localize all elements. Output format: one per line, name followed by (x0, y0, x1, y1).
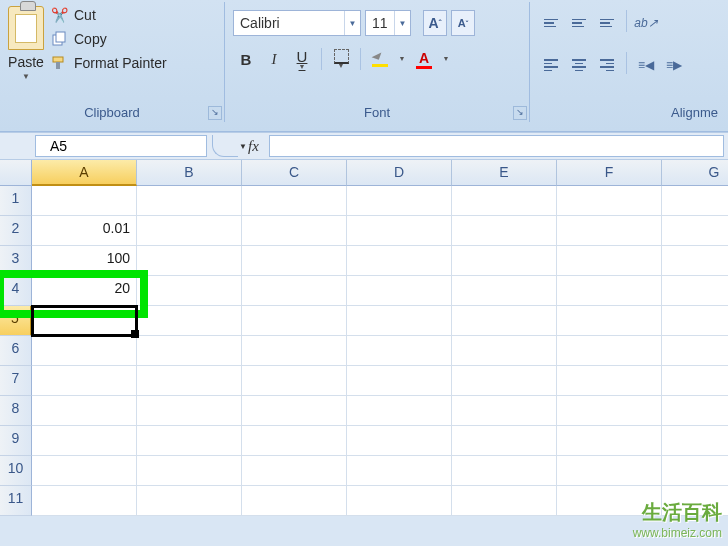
row-header[interactable]: 2 (0, 216, 32, 246)
cell[interactable] (242, 216, 347, 246)
paste-button[interactable]: Paste ▼ (8, 6, 44, 81)
decrease-indent-button[interactable]: ≡◀ (633, 52, 659, 78)
cell[interactable] (32, 366, 137, 396)
cell[interactable]: 100 (32, 246, 137, 276)
cell[interactable] (452, 486, 557, 516)
cell[interactable]: 0.01 (32, 216, 137, 246)
cell[interactable] (242, 396, 347, 426)
cell[interactable] (662, 246, 728, 276)
cell[interactable] (662, 276, 728, 306)
cell[interactable] (452, 366, 557, 396)
cell[interactable] (557, 396, 662, 426)
column-header[interactable]: E (452, 160, 557, 186)
cell[interactable] (347, 276, 452, 306)
cell[interactable] (137, 426, 242, 456)
cell[interactable] (347, 366, 452, 396)
cell[interactable] (32, 396, 137, 426)
font-size-dropdown-icon[interactable]: ▼ (394, 11, 410, 35)
name-box-dropdown-icon[interactable]: ▼ (239, 137, 247, 155)
cut-button[interactable]: ✂️ Cut (50, 6, 167, 24)
cell[interactable] (137, 216, 242, 246)
cell[interactable] (557, 366, 662, 396)
column-header[interactable]: C (242, 160, 347, 186)
cell[interactable] (137, 336, 242, 366)
name-box-input[interactable] (36, 136, 239, 156)
cell[interactable] (242, 186, 347, 216)
cell[interactable] (32, 456, 137, 486)
cell[interactable] (662, 306, 728, 336)
cell[interactable] (242, 306, 347, 336)
cell[interactable] (452, 456, 557, 486)
cell[interactable] (557, 336, 662, 366)
row-header[interactable]: 8 (0, 396, 32, 426)
align-middle-button[interactable] (566, 10, 592, 36)
cell[interactable] (662, 336, 728, 366)
cell[interactable] (347, 426, 452, 456)
paste-dropdown-icon[interactable]: ▼ (22, 72, 30, 81)
column-header[interactable]: D (347, 160, 452, 186)
name-box[interactable]: ▼ (35, 135, 207, 157)
cell[interactable] (137, 306, 242, 336)
cell[interactable] (347, 306, 452, 336)
font-family-combo[interactable]: ▼ (233, 10, 361, 36)
underline-button[interactable]: U▼ (289, 46, 315, 72)
align-right-button[interactable] (594, 52, 620, 78)
fill-color-dropdown[interactable]: ▼ (395, 46, 409, 72)
cell[interactable] (452, 306, 557, 336)
bold-button[interactable]: B (233, 46, 259, 72)
cell[interactable] (452, 246, 557, 276)
decrease-font-size-button[interactable]: Aˇ (451, 10, 475, 36)
cell[interactable] (662, 396, 728, 426)
column-header[interactable]: F (557, 160, 662, 186)
align-center-button[interactable] (566, 52, 592, 78)
cell[interactable] (137, 396, 242, 426)
cell[interactable] (137, 186, 242, 216)
row-header[interactable]: 7 (0, 366, 32, 396)
border-button[interactable]: ▼ (328, 46, 354, 72)
cell[interactable] (32, 186, 137, 216)
cell[interactable]: 20 (32, 276, 137, 306)
cell[interactable] (452, 396, 557, 426)
font-size-combo[interactable]: ▼ (365, 10, 411, 36)
increase-font-size-button[interactable]: Aˆ (423, 10, 447, 36)
cell[interactable] (557, 186, 662, 216)
cell[interactable] (347, 186, 452, 216)
cell[interactable] (242, 456, 347, 486)
cell[interactable] (662, 216, 728, 246)
italic-button[interactable]: I (261, 46, 287, 72)
format-painter-button[interactable]: Format Painter (50, 54, 167, 72)
cell[interactable] (662, 456, 728, 486)
font-family-input[interactable] (234, 13, 344, 33)
cell[interactable] (242, 366, 347, 396)
select-all-corner[interactable] (0, 160, 32, 186)
orientation-button[interactable]: ab↗ (633, 10, 659, 36)
font-color-dropdown[interactable]: ▼ (439, 46, 453, 72)
column-header[interactable]: G (662, 160, 728, 186)
align-left-button[interactable] (538, 52, 564, 78)
cell[interactable] (347, 456, 452, 486)
cell[interactable] (347, 486, 452, 516)
cell[interactable] (557, 276, 662, 306)
cell[interactable] (557, 306, 662, 336)
row-header[interactable]: 9 (0, 426, 32, 456)
worksheet[interactable]: ABCDEFG120.013100420567891011 (0, 160, 728, 516)
cell[interactable] (32, 306, 137, 336)
cell[interactable] (662, 366, 728, 396)
clipboard-dialog-launcher[interactable]: ↘ (208, 106, 222, 120)
cell[interactable] (452, 336, 557, 366)
cell[interactable] (662, 426, 728, 456)
column-header[interactable]: A (32, 160, 137, 186)
cell[interactable] (347, 216, 452, 246)
cell[interactable] (347, 336, 452, 366)
cell[interactable] (137, 246, 242, 276)
cell[interactable] (32, 426, 137, 456)
formula-bar[interactable] (269, 135, 724, 157)
row-header[interactable]: 11 (0, 486, 32, 516)
copy-button[interactable]: Copy (50, 30, 167, 48)
font-color-button[interactable]: A (411, 46, 437, 72)
cell[interactable] (32, 486, 137, 516)
cell[interactable] (557, 216, 662, 246)
cell[interactable] (242, 486, 347, 516)
cell[interactable] (242, 276, 347, 306)
cell[interactable] (347, 246, 452, 276)
